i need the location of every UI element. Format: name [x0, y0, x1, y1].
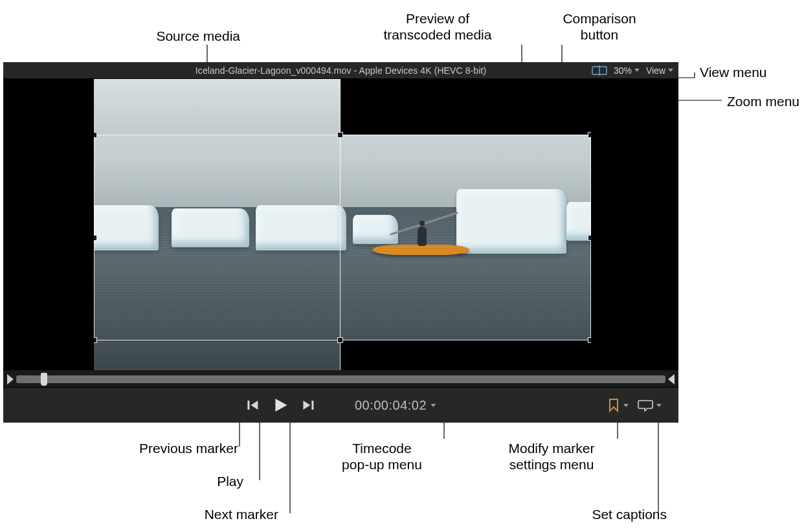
zoom-menu-label: 30%: [614, 65, 632, 76]
zoom-menu[interactable]: 30%: [614, 65, 640, 76]
callout-modify-marker-menu: Modify marker settings menu: [487, 440, 616, 472]
callout-source-media: Source media: [114, 28, 240, 44]
comparison-icon: [592, 65, 607, 76]
chevron-down-icon: [656, 404, 662, 407]
in-point-icon[interactable]: [7, 374, 14, 384]
comparison-button[interactable]: [592, 65, 607, 76]
timecode-value: 00:00:04:02: [355, 398, 427, 413]
preview-letterbox-top: [341, 79, 591, 135]
view-menu[interactable]: View: [646, 65, 673, 76]
callout-previous-marker: Previous marker: [96, 440, 238, 456]
viewer[interactable]: [94, 79, 591, 370]
preview-panel: Iceland-Glacier-Lagoon_v000494.mov - App…: [3, 62, 678, 423]
preview-letterbox-bottom: [341, 340, 591, 370]
callout-comparison-button: Comparison button: [554, 10, 645, 43]
callout-preview-transcoded: Preview of transcoded media: [353, 10, 522, 43]
callout-view-menu: View menu: [700, 64, 767, 80]
svg-marker-3: [251, 401, 258, 410]
playhead-icon[interactable]: [41, 373, 47, 386]
play-icon: [273, 397, 287, 413]
modify-marker-menu[interactable]: [607, 398, 629, 412]
chevron-down-icon: [430, 404, 436, 407]
chevron-down-icon: [668, 69, 673, 72]
titlebar: Iceland-Glacier-Lagoon_v000494.mov - App…: [3, 62, 678, 79]
title-text: Iceland-Glacier-Lagoon_v000494.mov - App…: [195, 65, 486, 76]
svg-rect-2: [247, 401, 249, 410]
timeline[interactable]: [3, 371, 678, 387]
captions-bubble-icon: [638, 399, 653, 412]
callout-next-marker: Next marker: [168, 506, 278, 522]
transport-bar: 00:00:04:02: [3, 387, 678, 423]
play-button[interactable]: [273, 397, 287, 413]
out-point-icon[interactable]: [668, 374, 675, 384]
source-letterbox: [94, 79, 340, 135]
callout-timecode-menu: Timecode pop-up menu: [317, 440, 447, 472]
svg-marker-5: [303, 401, 310, 410]
marker-bookmark-icon: [607, 398, 620, 412]
callout-play: Play: [205, 473, 243, 489]
callout-zoom-menu: Zoom menu: [727, 93, 799, 109]
svg-rect-6: [311, 401, 313, 410]
svg-marker-4: [275, 399, 287, 412]
previous-marker-icon: [246, 399, 259, 412]
set-captions-menu[interactable]: [638, 399, 662, 412]
comparison-split-line[interactable]: [340, 79, 341, 370]
next-marker-button[interactable]: [302, 399, 315, 412]
timeline-track[interactable]: [16, 375, 665, 383]
chevron-down-icon: [634, 69, 640, 72]
chevron-down-icon: [623, 404, 629, 407]
timecode-menu[interactable]: 00:00:04:02: [355, 398, 436, 413]
next-marker-icon: [302, 399, 315, 412]
view-menu-label: View: [646, 65, 665, 76]
callout-set-captions: Set captions: [563, 506, 667, 522]
viewer-area: [3, 79, 678, 370]
previous-marker-button[interactable]: [246, 399, 259, 412]
